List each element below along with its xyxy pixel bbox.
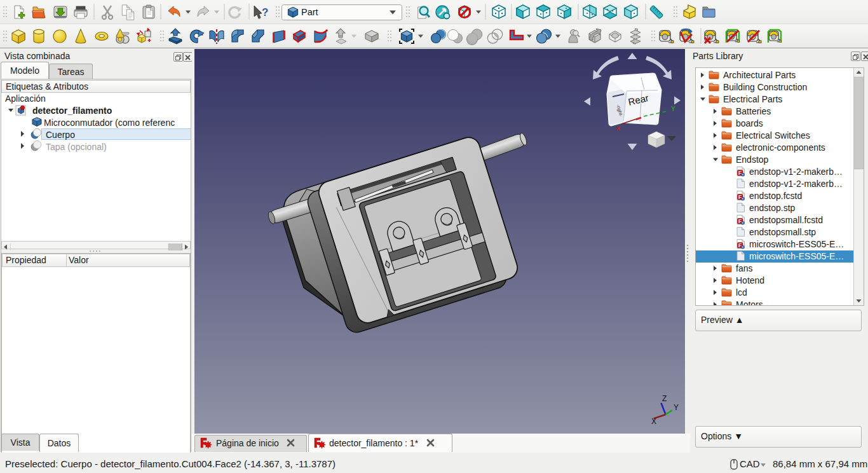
svg-text:boards: boards xyxy=(736,118,763,128)
svg-text:Hotend: Hotend xyxy=(736,275,764,285)
svg-text:fans: fans xyxy=(736,263,752,273)
svg-text:microswitch-ESS05-E…: microswitch-ESS05-E… xyxy=(749,251,844,261)
svg-text:Y: Y xyxy=(671,106,675,113)
svg-text:X: X xyxy=(616,125,620,132)
svg-text:Batteries: Batteries xyxy=(736,106,771,116)
svg-text:endstopsmall.fcstd: endstopsmall.fcstd xyxy=(749,215,823,225)
svg-text:Electrical Parts: Electrical Parts xyxy=(723,94,782,104)
svg-text:Building Construction: Building Construction xyxy=(723,82,807,92)
svg-text:endstop.stp: endstop.stp xyxy=(749,203,796,213)
svg-text:Electrical Switches: Electrical Switches xyxy=(736,130,810,141)
svg-text:Motors: Motors xyxy=(736,299,763,305)
svg-text:lcd: lcd xyxy=(736,287,747,298)
svg-text:endstop-v1-2-makerb…: endstop-v1-2-makerb… xyxy=(749,179,843,189)
svg-text:endstop-v1-2-makerb…: endstop-v1-2-makerb… xyxy=(749,167,843,177)
svg-text:Architectural Parts: Architectural Parts xyxy=(723,70,796,80)
svg-text:Y: Y xyxy=(674,403,679,412)
svg-text:?: ? xyxy=(262,6,268,18)
svg-text:Z: Z xyxy=(662,394,667,403)
svg-text:Part: Part xyxy=(301,7,318,17)
svg-text:endstopsmall.stp: endstopsmall.stp xyxy=(749,227,816,237)
svg-text:electronic-components: electronic-components xyxy=(736,142,825,153)
svg-text:X: X xyxy=(651,417,656,426)
svg-text:microswitch-ESS05-E…: microswitch-ESS05-E… xyxy=(749,239,844,249)
svg-text:endstop.fcstd: endstop.fcstd xyxy=(749,191,802,201)
svg-text:Endstop: Endstop xyxy=(736,154,769,165)
